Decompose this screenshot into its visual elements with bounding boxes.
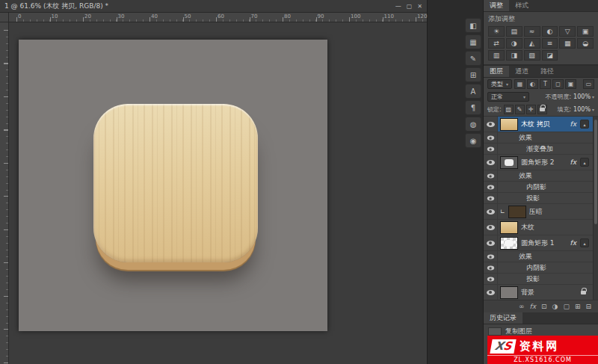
tab-history[interactable]: 历史记录 [484,312,523,324]
history-item[interactable]: 复制图层 [484,326,598,336]
layer-thumbnail[interactable] [500,221,518,234]
threshold-icon[interactable]: ◨ [506,50,523,61]
visibility-toggle[interactable] [484,132,498,143]
visibility-toggle[interactable] [484,235,498,250]
layers-tab-0[interactable]: 图层 [484,66,509,77]
layer-row[interactable]: 投影 [484,274,593,285]
ruler-vertical[interactable] [0,22,9,364]
layer-thumbnail[interactable] [500,286,518,299]
collapse-effects-icon[interactable]: ▴ [580,120,589,129]
restore-icon[interactable]: ▢ [407,3,413,10]
layer-thumbnail[interactable] [500,237,518,250]
layers-tab-1[interactable]: 通道 [509,66,534,77]
visibility-toggle[interactable] [484,155,498,170]
gradient-map-icon[interactable]: ▧ [524,50,540,61]
invert-icon[interactable]: ◒ [577,38,594,49]
layer-fx-badge[interactable]: fx [570,120,578,128]
new-group-icon[interactable]: ▢ [563,303,570,310]
levels-icon[interactable]: ▤ [506,26,523,37]
add-layer-mask-icon[interactable]: ⊡ [541,303,547,310]
black-white-icon[interactable]: ◑ [506,38,523,49]
lock-all-icon[interactable] [537,105,547,114]
layer-row-body[interactable]: 效果 [498,132,593,143]
adjustments-tab-0[interactable]: 调整 [484,0,509,11]
layer-thumbnail[interactable] [500,156,518,169]
layer-row-body[interactable]: 投影 [498,193,593,203]
lock-pixels-icon[interactable]: ✎ [515,105,525,114]
paragraph-panel-icon[interactable]: ¶ [465,100,481,115]
layer-row[interactable]: 背景 [484,285,593,300]
layer-row[interactable]: 效果 [484,170,593,182]
layer-row[interactable]: 渐变叠加 [484,144,593,155]
exposure-icon[interactable]: ◐ [542,26,558,37]
hue-saturation-icon[interactable]: ▣ [577,26,594,37]
visibility-toggle[interactable] [484,204,498,219]
canvas-area[interactable] [9,22,427,364]
layer-fx-badge[interactable]: fx [570,239,578,247]
layer-style-icon[interactable]: fx [529,303,536,310]
visibility-toggle[interactable] [484,144,498,154]
ruler-horizontal[interactable]: 0102030405060708090100110120 [9,13,427,22]
color-panel-icon[interactable]: ◧ [465,18,481,33]
lock-position-icon[interactable]: ✛ [526,105,536,114]
new-layer-icon[interactable]: ⊞ [575,303,581,310]
visibility-toggle[interactable] [484,182,498,192]
close-icon[interactable]: ✕ [417,3,422,10]
visibility-toggle[interactable] [484,220,498,235]
brush-panel-icon[interactable]: ✎ [465,51,481,66]
color-balance-icon[interactable]: ⇄ [488,38,505,49]
layer-row[interactable]: 木纹 [484,220,593,235]
delete-layer-icon[interactable]: ⊟ [585,303,591,310]
layer-row[interactable]: 圆角矩形 1fx▴ [484,235,593,251]
scrollbar-thumb[interactable] [594,120,597,224]
info-panel-icon[interactable]: ◍ [465,117,481,132]
visibility-toggle[interactable] [484,117,498,132]
filter-kind-select[interactable]: 类型 ▾ [487,79,512,89]
layer-row-body[interactable]: 圆角矩形 2fx▴ [498,155,593,170]
visibility-toggle[interactable] [484,170,498,181]
navigator-panel-icon[interactable]: ◉ [465,133,481,148]
posterize-icon[interactable]: ▥ [488,50,505,61]
layer-row-body[interactable]: 背景 [498,285,593,300]
layer-row-body[interactable]: 内阴影 [498,262,593,273]
layers-tab-2[interactable]: 路径 [534,66,560,77]
layer-row-body[interactable]: 木纹 [498,220,593,235]
swatches-panel-icon[interactable]: ▦ [465,34,481,49]
curves-icon[interactable]: ≈ [524,26,540,37]
layers-scrollbar[interactable] [593,117,598,300]
channel-mixer-icon[interactable]: ≡ [542,38,558,49]
filter-shape-layers-icon[interactable]: ◻ [552,79,564,89]
layer-thumbnail[interactable] [500,118,518,131]
filter-type-layers-icon[interactable]: T [540,79,551,89]
layer-row[interactable]: 内阴影 [484,262,593,274]
layer-row-body[interactable]: 渐变叠加 [498,144,593,154]
visibility-toggle[interactable] [484,262,498,273]
fill-value[interactable]: 100% ▾ [573,106,594,113]
photo-filter-icon[interactable]: ◭ [524,38,540,49]
brightness-contrast-icon[interactable]: ☀ [488,26,505,37]
color-lookup-icon[interactable]: ▦ [559,38,576,49]
layer-row[interactable]: ∟压暗 [484,204,593,220]
link-layers-icon[interactable]: ∞ [519,303,525,310]
layer-row[interactable]: 木纹 拷贝fx▴ [484,117,593,132]
layer-row[interactable]: 圆角矩形 2fx▴ [484,155,593,170]
visibility-toggle[interactable] [484,285,498,300]
lock-transparency-icon[interactable]: ▨ [504,105,514,114]
blend-mode-select[interactable]: 正常 ▾ [487,92,529,102]
layer-row-body[interactable]: ∟压暗 [498,204,593,219]
filter-toggle-icon[interactable]: ▭ [583,79,594,89]
collapse-effects-icon[interactable]: ▴ [580,158,589,167]
filter-pixel-layers-icon[interactable]: ▦ [514,79,525,89]
selective-color-icon[interactable]: ◪ [542,50,558,61]
artboard[interactable] [19,40,327,331]
layer-row[interactable]: 效果 [484,251,593,262]
opacity-value[interactable]: 100% ▾ [573,93,594,100]
layer-row-body[interactable]: 效果 [498,251,593,262]
layer-row-body[interactable]: 木纹 拷贝fx▴ [498,117,593,132]
layer-row-body[interactable]: 投影 [498,274,593,284]
filter-adjustment-layers-icon[interactable]: ◐ [527,79,538,89]
layer-row-body[interactable]: 效果 [498,170,593,181]
collapse-effects-icon[interactable]: ▴ [580,238,589,247]
layer-row-body[interactable]: 圆角矩形 1fx▴ [498,235,593,250]
new-adjustment-layer-icon[interactable]: ◑ [552,303,558,310]
